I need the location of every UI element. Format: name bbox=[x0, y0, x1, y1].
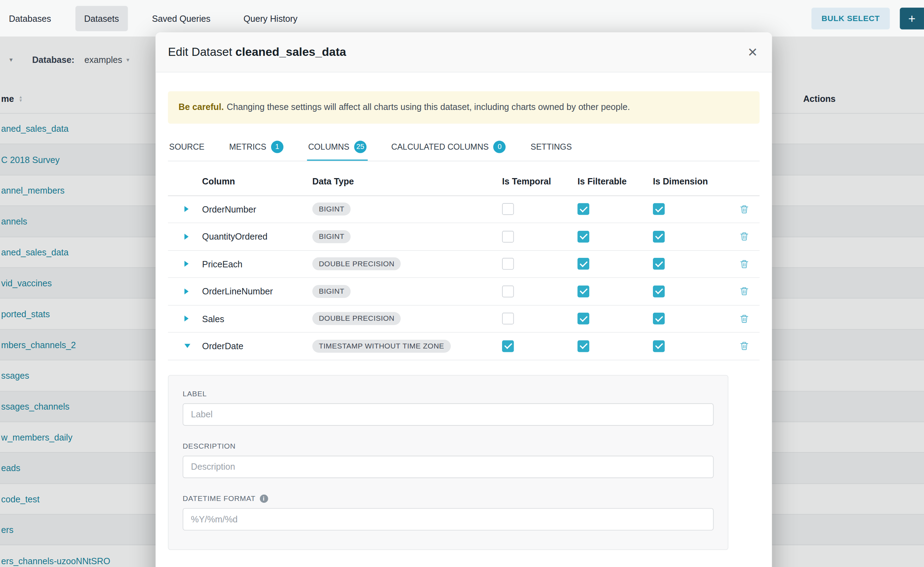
is-dimension-checkbox[interactable] bbox=[653, 258, 665, 270]
modal-header: Edit Dataset cleaned_sales_data ✕ bbox=[155, 32, 772, 72]
is-filterable-checkbox[interactable] bbox=[577, 258, 589, 270]
tab-count-badge: 25 bbox=[354, 141, 366, 153]
column-row-orderlinenumber: OrderLineNumberBIGINT bbox=[168, 278, 760, 305]
close-icon[interactable]: ✕ bbox=[743, 43, 762, 62]
delete-column-icon[interactable] bbox=[738, 258, 750, 270]
tab-calculated-columns[interactable]: CALCULATED COLUMNS0 bbox=[390, 134, 507, 160]
is-dimension-checkbox[interactable] bbox=[653, 340, 665, 352]
column-header-is-dimension: Is Dimension bbox=[653, 176, 728, 186]
column-header-data-type: Data Type bbox=[312, 176, 502, 186]
column-name: Sales bbox=[202, 314, 224, 324]
is-filterable-checkbox[interactable] bbox=[577, 340, 589, 352]
column-row-sales: SalesDOUBLE PRECISION bbox=[168, 305, 760, 333]
tab-label: CALCULATED COLUMNS bbox=[391, 142, 489, 152]
column-header-is-filterable: Is Filterable bbox=[577, 176, 653, 186]
data-type-pill: BIGINT bbox=[312, 230, 351, 243]
bulk-select-button[interactable]: BULK SELECT bbox=[811, 8, 890, 29]
warning-text: Changing these settings will affect all … bbox=[227, 102, 630, 112]
add-button[interactable]: + bbox=[900, 8, 924, 29]
column-row-ordernumber: OrderNumberBIGINT bbox=[168, 196, 760, 223]
field-label: LABEL bbox=[183, 390, 714, 425]
is-filterable-checkbox[interactable] bbox=[577, 231, 589, 243]
is-filterable-checkbox[interactable] bbox=[577, 285, 589, 297]
is-filterable-checkbox[interactable] bbox=[577, 203, 589, 215]
field-datetime-format: DATETIME FORMATi bbox=[183, 494, 714, 530]
delete-column-icon[interactable] bbox=[738, 203, 750, 215]
topnav-items: DatabasesDatasetsSaved QueriesQuery Hist… bbox=[0, 6, 306, 31]
is-filterable-checkbox[interactable] bbox=[577, 313, 589, 325]
column-row-priceeach: PriceEachDOUBLE PRECISION bbox=[168, 250, 760, 278]
expand-caret-icon[interactable] bbox=[185, 206, 189, 212]
tab-label: SOURCE bbox=[169, 142, 204, 152]
column-name: PriceEach bbox=[202, 259, 242, 269]
data-type-pill: DOUBLE PRECISION bbox=[312, 312, 401, 325]
column-row-quantityordered: QuantityOrderedBIGINT bbox=[168, 223, 760, 250]
info-icon[interactable]: i bbox=[259, 494, 268, 502]
column-name: OrderNumber bbox=[202, 204, 256, 214]
is-dimension-checkbox[interactable] bbox=[653, 313, 665, 325]
tab-settings[interactable]: SETTINGS bbox=[530, 134, 573, 160]
field-description: DESCRIPTION bbox=[183, 442, 714, 478]
column-detail-panel: LABELDESCRIPTIONDATETIME FORMATi bbox=[168, 375, 728, 550]
is-dimension-checkbox[interactable] bbox=[653, 203, 665, 215]
expand-caret-icon[interactable] bbox=[185, 234, 189, 240]
delete-column-icon[interactable] bbox=[738, 231, 750, 243]
description-input[interactable] bbox=[183, 455, 714, 478]
tab-label: COLUMNS bbox=[308, 142, 349, 152]
column-header-is-temporal: Is Temporal bbox=[502, 176, 578, 186]
modal-title-prefix: Edit Dataset bbox=[168, 45, 232, 58]
data-type-pill: BIGINT bbox=[312, 285, 351, 298]
expand-caret-icon[interactable] bbox=[185, 288, 189, 294]
column-name: OrderLineNumber bbox=[202, 286, 273, 296]
top-nav: DatabasesDatasetsSaved QueriesQuery Hist… bbox=[0, 0, 924, 36]
column-name: OrderDate bbox=[202, 341, 243, 351]
columns-table-rows: OrderNumberBIGINTQuantityOrderedBIGINTPr… bbox=[168, 196, 760, 360]
is-temporal-checkbox[interactable] bbox=[502, 258, 514, 270]
tab-label: SETTINGS bbox=[531, 142, 572, 152]
tab-count-badge: 0 bbox=[493, 141, 506, 153]
tab-columns[interactable]: COLUMNS25 bbox=[307, 134, 368, 160]
is-temporal-checkbox[interactable] bbox=[502, 203, 514, 215]
modal-tabs: SOURCEMETRICS1COLUMNS25CALCULATED COLUMN… bbox=[168, 134, 760, 161]
app: DatabasesDatasetsSaved QueriesQuery Hist… bbox=[0, 0, 924, 567]
nav-item-databases[interactable]: Databases bbox=[0, 6, 60, 31]
collapse-caret-icon[interactable] bbox=[185, 344, 191, 348]
field-label: DESCRIPTION bbox=[183, 442, 714, 450]
topnav-right: BULK SELECT + bbox=[811, 8, 924, 29]
nav-item-saved-queries[interactable]: Saved Queries bbox=[143, 6, 220, 31]
is-temporal-checkbox[interactable] bbox=[502, 313, 514, 325]
tab-source[interactable]: SOURCE bbox=[168, 134, 206, 160]
plus-icon: + bbox=[908, 12, 916, 24]
expand-caret-icon[interactable] bbox=[185, 316, 189, 322]
tab-label: METRICS bbox=[229, 142, 266, 152]
warning-banner: Be careful.Changing these settings will … bbox=[168, 92, 760, 123]
data-type-pill: TIMESTAMP WITHOUT TIME ZONE bbox=[312, 340, 450, 353]
edit-dataset-modal: Edit Dataset cleaned_sales_data ✕ Be car… bbox=[155, 32, 772, 567]
expand-caret-icon[interactable] bbox=[185, 261, 189, 267]
is-dimension-checkbox[interactable] bbox=[653, 285, 665, 297]
column-name: QuantityOrdered bbox=[202, 231, 268, 242]
datetime-format-input[interactable] bbox=[183, 508, 714, 531]
data-type-pill: BIGINT bbox=[312, 203, 351, 216]
modal-title-dataset-name: cleaned_sales_data bbox=[236, 45, 346, 58]
columns-table-header: ColumnData TypeIs TemporalIs FilterableI… bbox=[168, 167, 760, 196]
is-temporal-checkbox[interactable] bbox=[502, 231, 514, 243]
column-header-column: Column bbox=[202, 176, 312, 186]
delete-column-icon[interactable] bbox=[738, 313, 750, 325]
modal-title: Edit Dataset cleaned_sales_data bbox=[168, 45, 346, 59]
label-input[interactable] bbox=[183, 403, 714, 425]
columns-table: ColumnData TypeIs TemporalIs FilterableI… bbox=[168, 167, 760, 360]
nav-item-datasets[interactable]: Datasets bbox=[75, 6, 128, 31]
delete-column-icon[interactable] bbox=[738, 340, 750, 352]
delete-column-icon[interactable] bbox=[738, 285, 750, 297]
is-temporal-checkbox[interactable] bbox=[502, 340, 514, 352]
warning-strong: Be careful. bbox=[179, 102, 224, 112]
field-label: LABEL bbox=[183, 390, 714, 398]
field-label: DATETIME FORMATi bbox=[183, 494, 714, 502]
nav-item-query-history[interactable]: Query History bbox=[235, 6, 306, 31]
data-type-pill: DOUBLE PRECISION bbox=[312, 258, 401, 270]
modal-body: Be careful.Changing these settings will … bbox=[155, 92, 772, 550]
is-temporal-checkbox[interactable] bbox=[502, 285, 514, 297]
is-dimension-checkbox[interactable] bbox=[653, 231, 665, 243]
tab-metrics[interactable]: METRICS1 bbox=[228, 134, 284, 160]
